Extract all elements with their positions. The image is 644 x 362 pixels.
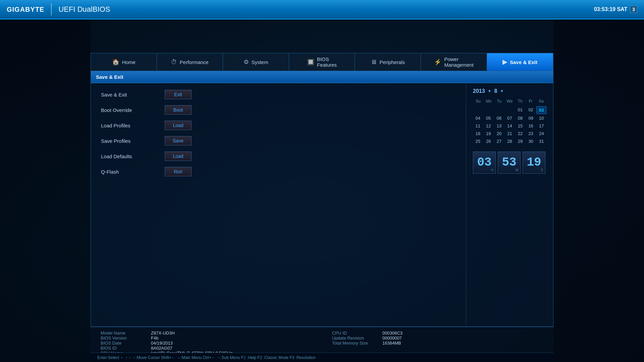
calendar-days: 01 02 03 04 05 06 07 08 09 10 11 12	[473, 106, 546, 145]
nav-item-power-management[interactable]: ⚡ PowerManagement	[421, 53, 487, 71]
cal-day-7[interactable]: 07	[505, 115, 515, 122]
menu-row-save-exit: Save & Exit Exit	[101, 90, 456, 99]
cal-day-27[interactable]: 27	[494, 138, 504, 145]
cal-day-empty-1	[473, 106, 483, 114]
nav-item-performance[interactable]: ⏱ Performance	[157, 53, 223, 71]
logo-divider	[51, 3, 52, 15]
load-profiles-button[interactable]: Load	[165, 121, 192, 130]
clock-minutes: 53	[502, 157, 516, 169]
brand-logo: GIGABYTE	[7, 6, 44, 13]
info-left-col: Model Name Z87X-UD3H BIOS Version F4b BI…	[101, 330, 312, 356]
menu-row-save-profiles: Save Profiles Save	[101, 136, 456, 145]
cal-day-5[interactable]: 05	[484, 115, 494, 122]
cal-day-21[interactable]: 21	[505, 130, 515, 137]
cal-day-23[interactable]: 23	[526, 130, 536, 137]
exit-button[interactable]: Exit	[165, 90, 192, 99]
info-grid: Model Name Z87X-UD3H BIOS Version F4b BI…	[101, 330, 543, 356]
info-row-bios-id: BIOS ID 8A02AG07	[101, 346, 312, 351]
info-val-bios-date: 04/19/2013	[151, 341, 173, 346]
cal-day-18[interactable]: 18	[473, 130, 483, 137]
cal-day-16[interactable]: 16	[526, 122, 536, 129]
nav-item-peripherals[interactable]: 🖥 Peripherals	[355, 53, 421, 71]
cal-day-13[interactable]: 13	[494, 122, 504, 129]
cal-day-9[interactable]: 09	[526, 115, 536, 122]
content-panel-title: Save & Exit	[96, 74, 123, 80]
cal-day-31[interactable]: 31	[536, 138, 546, 145]
info-row-update-rev: Update Revision 00000007	[332, 336, 543, 341]
hotkeys-bar: Enter:Select ← ↑ ↓ →:Move Cursor Shift+←…	[91, 353, 553, 362]
nav-item-home[interactable]: 🏠 Home	[91, 53, 157, 71]
cal-day-30[interactable]: 30	[526, 138, 536, 145]
topbar: GIGABYTE UEFI DualBIOS 03:53:19 SAT 3	[0, 0, 644, 19]
cal-day-15[interactable]: 15	[515, 122, 525, 129]
cal-day-17[interactable]: 17	[536, 122, 546, 129]
cal-day-12[interactable]: 12	[484, 122, 494, 129]
info-row-model: Model Name Z87X-UD3H	[101, 330, 312, 336]
nav-label-peripherals: Peripherals	[379, 59, 405, 65]
cal-day-24[interactable]: 24	[536, 130, 546, 137]
cal-day-28[interactable]: 28	[505, 138, 515, 145]
clock-display-top: 03:53:19 SAT	[594, 6, 627, 12]
cal-day-6[interactable]: 06	[494, 115, 504, 122]
calendar-grid: Su Mo Tu We Th Fr Sa 01	[473, 98, 546, 145]
cal-day-29[interactable]: 29	[515, 138, 525, 145]
day-su: Su	[473, 98, 483, 104]
month-prev-arrow[interactable]: ▼	[500, 89, 504, 94]
cal-day-10[interactable]: 10	[536, 115, 546, 122]
load-defaults-button[interactable]: Load	[165, 152, 192, 161]
cal-day-8[interactable]: 08	[515, 115, 525, 122]
menu-row-load-profiles: Load Profiles Load	[101, 121, 456, 130]
content-panel: Save & Exit Save & Exit Exit Boot Overri…	[91, 71, 553, 327]
run-button[interactable]: Run	[165, 167, 192, 176]
nav-label-bios-features: BIOSFeatures	[317, 56, 337, 68]
menu-label-save-profiles: Save Profiles	[101, 138, 155, 144]
menu-row-load-defaults: Load Defaults Load	[101, 152, 456, 161]
bios-features-icon: 🔲	[307, 58, 314, 66]
cal-day-20[interactable]: 20	[494, 130, 504, 137]
day-mo: Mo	[483, 98, 494, 104]
clock-hours-segment: 03 H	[473, 152, 496, 174]
info-row-bios-version: BIOS Version F4b	[101, 336, 312, 341]
nav-item-save-exit[interactable]: ▶ Save & Exit	[487, 53, 553, 71]
save-profiles-button[interactable]: Save	[165, 136, 192, 145]
day-th: Th	[515, 98, 525, 104]
cal-day-14[interactable]: 14	[505, 122, 515, 129]
cal-day-25[interactable]: 25	[473, 138, 483, 145]
nav-item-bios-features[interactable]: 🔲 BIOSFeatures	[289, 53, 355, 71]
info-row-cpu-id: CPU ID 000306C3	[332, 330, 543, 336]
cal-day-22[interactable]: 22	[515, 130, 525, 137]
boot-button[interactable]: Boot	[165, 105, 192, 115]
cal-day-11[interactable]: 11	[473, 122, 483, 129]
cal-day-empty-4	[505, 106, 515, 114]
info-key-bios-date: BIOS Date	[101, 341, 144, 346]
cal-day-empty-2	[484, 106, 494, 114]
nav-label-home: Home	[122, 59, 136, 65]
info-val-memory: 16384MB	[382, 341, 401, 346]
performance-icon: ⏱	[171, 59, 177, 66]
day-tu: Tu	[494, 98, 504, 104]
cal-day-19[interactable]: 19	[484, 130, 494, 137]
year-prev-arrow[interactable]: ▼	[488, 89, 492, 94]
main-area: 🏠 Home ⏱ Performance ⚙ System 🔲 BIOSFeat…	[0, 19, 644, 362]
home-icon: 🏠	[112, 58, 119, 66]
menu-section: Save & Exit Exit Boot Override Boot Load…	[91, 83, 466, 326]
info-val-model: Z87X-UD3H	[151, 330, 175, 336]
logo-area: GIGABYTE UEFI DualBIOS	[0, 0, 117, 19]
info-right-col: CPU ID 000306C3 Update Revision 00000007…	[332, 330, 543, 356]
menu-label-save-exit: Save & Exit	[101, 92, 155, 98]
cal-day-2[interactable]: 02	[526, 106, 536, 114]
info-val-update-rev: 00000007	[382, 336, 402, 341]
menu-label-qflash: Q-Flash	[101, 169, 155, 175]
cal-day-4[interactable]: 04	[473, 115, 483, 122]
cal-day-26[interactable]: 26	[484, 138, 494, 145]
nav-item-system[interactable]: ⚙ System	[223, 53, 289, 71]
info-row-memory: Total Memory Size 16384MB	[332, 341, 543, 346]
info-val-bios-id: 8A02AG07	[151, 346, 172, 351]
topbar-time: 03:53:19 SAT 3	[594, 6, 637, 13]
calendar-section: 2013 ▼ 8 ▼ Su Mo Tu We Th Fr Sa	[466, 83, 553, 326]
info-val-cpu-id: 000306C3	[382, 330, 402, 336]
day-we: We	[504, 98, 515, 104]
power-icon: ⚡	[434, 58, 441, 66]
cal-day-3[interactable]: 03	[536, 106, 546, 114]
cal-day-1[interactable]: 01	[515, 106, 525, 114]
